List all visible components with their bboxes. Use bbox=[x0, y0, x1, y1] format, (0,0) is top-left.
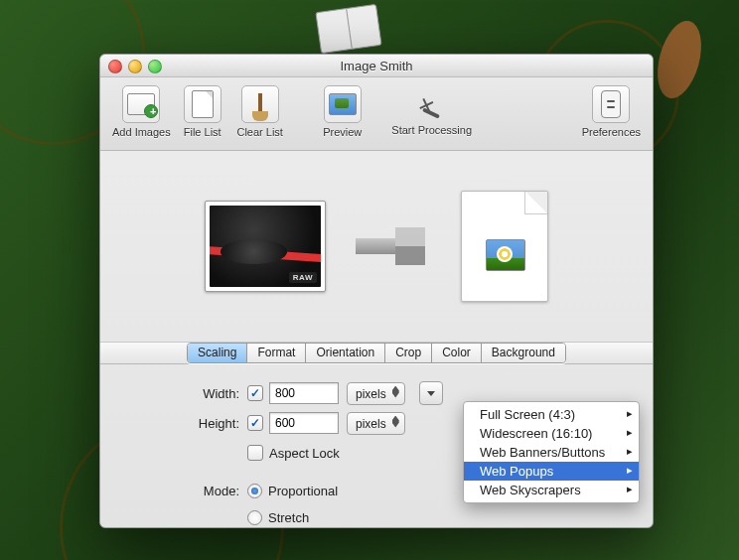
aspect-lock-label: Aspect Lock bbox=[269, 446, 340, 461]
titlebar[interactable]: Image Smith bbox=[100, 55, 653, 77]
tab-background[interactable]: Background bbox=[482, 344, 565, 362]
width-unit-select[interactable]: pixels bbox=[347, 382, 405, 405]
file-list-button[interactable]: File List bbox=[177, 83, 228, 138]
height-input[interactable] bbox=[269, 412, 339, 434]
raw-badge: RAW bbox=[289, 272, 317, 283]
add-images-button[interactable]: Add Images bbox=[110, 83, 173, 138]
photos-plus-icon bbox=[127, 93, 155, 115]
output-document bbox=[461, 191, 548, 302]
aspect-lock-checkbox[interactable] bbox=[247, 445, 263, 461]
window-title: Image Smith bbox=[341, 59, 413, 73]
preset-menu-item[interactable]: Web Popups bbox=[464, 462, 639, 481]
width-enable-checkbox[interactable] bbox=[247, 385, 263, 401]
clear-list-label: Clear List bbox=[236, 126, 282, 138]
tab-scaling[interactable]: Scaling bbox=[188, 344, 247, 362]
output-image-icon bbox=[486, 239, 525, 271]
tab-crop[interactable]: Crop bbox=[385, 344, 432, 362]
height-label: Height: bbox=[130, 416, 247, 431]
preset-menu-item[interactable]: Widescreen (16:10) bbox=[464, 424, 639, 443]
preferences-label: Preferences bbox=[582, 126, 641, 138]
preview-icon bbox=[329, 93, 357, 115]
height-unit-select[interactable]: pixels bbox=[347, 412, 405, 435]
toolbar: Add Images File List Clear List Preview … bbox=[100, 77, 653, 151]
width-label: Width: bbox=[130, 386, 247, 401]
preferences-button[interactable]: Preferences bbox=[580, 83, 643, 138]
zoom-window-button[interactable] bbox=[148, 60, 162, 73]
broom-icon bbox=[258, 93, 262, 115]
tab-orientation[interactable]: Orientation bbox=[306, 344, 385, 362]
preset-menu-item[interactable]: Web Banners/Buttons bbox=[464, 443, 639, 462]
mode-proportional-label: Proportional bbox=[268, 484, 338, 498]
height-enable-checkbox[interactable] bbox=[247, 415, 263, 431]
mode-proportional-radio[interactable] bbox=[247, 484, 262, 498]
file-list-label: File List bbox=[184, 126, 222, 138]
preview-button[interactable]: Preview bbox=[312, 83, 373, 138]
preset-menu-button[interactable] bbox=[419, 381, 443, 405]
source-thumbnail: RAW bbox=[205, 201, 326, 292]
tab-format[interactable]: Format bbox=[247, 344, 306, 362]
arrow-icon bbox=[356, 227, 431, 265]
width-input[interactable] bbox=[269, 382, 339, 404]
minimize-window-button[interactable] bbox=[128, 60, 142, 73]
conversion-preview: RAW bbox=[100, 151, 653, 342]
preset-menu-item[interactable]: Web Skyscrapers bbox=[464, 481, 639, 499]
close-window-button[interactable] bbox=[108, 60, 122, 73]
tab-color[interactable]: Color bbox=[432, 344, 482, 362]
clear-list-button[interactable]: Clear List bbox=[232, 83, 288, 138]
tools-icon bbox=[418, 91, 446, 115]
height-unit-value: pixels bbox=[356, 417, 386, 431]
wallpaper-book bbox=[315, 4, 381, 54]
start-processing-button[interactable]: Start Processing bbox=[385, 83, 479, 136]
tab-bar: ScalingFormatOrientationCropColorBackgro… bbox=[100, 342, 653, 364]
preferences-icon bbox=[601, 90, 621, 118]
mode-label: Mode: bbox=[130, 484, 247, 498]
preview-label: Preview bbox=[323, 126, 362, 138]
mode-stretch-label: Stretch bbox=[268, 510, 309, 525]
preset-menu[interactable]: Full Screen (4:3)Widescreen (16:10)Web B… bbox=[463, 401, 640, 503]
width-unit-value: pixels bbox=[356, 387, 386, 401]
add-images-label: Add Images bbox=[112, 126, 171, 138]
file-icon bbox=[192, 90, 214, 118]
start-processing-label: Start Processing bbox=[391, 124, 472, 136]
preset-menu-item[interactable]: Full Screen (4:3) bbox=[464, 405, 639, 424]
mode-stretch-radio[interactable] bbox=[247, 510, 262, 525]
